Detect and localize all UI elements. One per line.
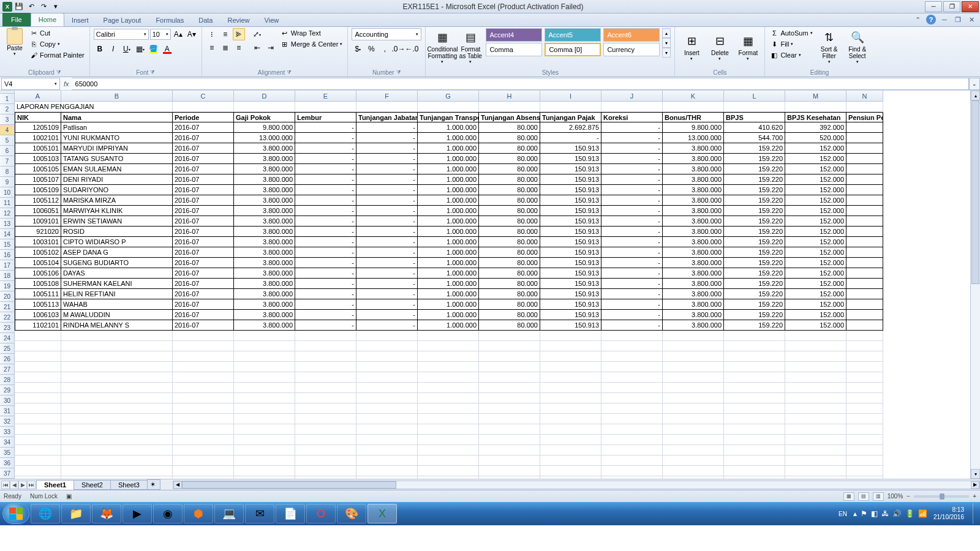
column-header-F[interactable]: F — [356, 91, 418, 102]
row-header[interactable]: 13 — [0, 219, 15, 229]
close-button[interactable]: ✕ — [962, 1, 979, 12]
cell[interactable]: 80.000 — [479, 227, 540, 237]
cell[interactable] — [846, 372, 883, 383]
cell[interactable] — [61, 362, 173, 372]
cell[interactable]: 1.000.000 — [418, 122, 479, 133]
cell[interactable]: M AWALUDDIN — [61, 310, 173, 320]
cell[interactable]: - — [295, 227, 356, 237]
cell[interactable] — [724, 351, 785, 362]
cell[interactable] — [61, 455, 173, 466]
cell[interactable] — [663, 341, 724, 351]
cell[interactable] — [846, 133, 883, 143]
cell[interactable]: Patlisan — [61, 122, 173, 133]
cell[interactable]: 152.000 — [785, 174, 846, 185]
cell[interactable] — [846, 320, 883, 331]
taskbar-excel[interactable]: X — [368, 504, 397, 523]
expand-formula-bar-icon[interactable]: ⌄ — [969, 78, 980, 90]
cell[interactable]: - — [356, 185, 418, 195]
cell[interactable]: 3.800.000 — [234, 258, 295, 268]
cell[interactable] — [540, 424, 601, 435]
cell[interactable] — [173, 393, 234, 403]
cell[interactable] — [61, 102, 173, 112]
cell[interactable] — [846, 268, 883, 279]
cell[interactable] — [15, 331, 61, 341]
row-header[interactable]: 4 — [0, 125, 15, 135]
cell[interactable] — [724, 403, 785, 414]
percent-format-icon[interactable]: % — [365, 43, 377, 55]
taskbar-app1[interactable]: 💻 — [214, 504, 244, 523]
cell[interactable]: 3.800.000 — [663, 154, 724, 164]
cell[interactable] — [601, 362, 663, 372]
clipboard-launcher-icon[interactable]: ⧩ — [56, 69, 61, 76]
cell[interactable] — [295, 424, 356, 435]
cell[interactable] — [356, 435, 418, 445]
delete-cells-button[interactable]: ⊟Delete▾ — [707, 28, 733, 66]
cell[interactable]: 3.800.000 — [663, 279, 724, 289]
cell[interactable]: - — [601, 237, 663, 247]
cell[interactable]: 3.800.000 — [234, 320, 295, 331]
cell[interactable] — [540, 403, 601, 414]
row-header[interactable]: 21 — [0, 302, 15, 312]
cell[interactable]: - — [540, 133, 601, 143]
row-header[interactable]: 9 — [0, 177, 15, 187]
cell[interactable] — [61, 351, 173, 362]
row-header[interactable]: 28 — [0, 375, 15, 385]
cell[interactable] — [846, 206, 883, 216]
zoom-out-icon[interactable]: − — [907, 493, 910, 500]
cell[interactable] — [173, 372, 234, 383]
italic-button[interactable]: I — [107, 43, 119, 55]
bold-button[interactable]: B — [94, 43, 106, 55]
cell[interactable] — [61, 403, 173, 414]
cell[interactable] — [295, 362, 356, 372]
column-header-H[interactable]: H — [479, 91, 540, 102]
cell[interactable] — [846, 403, 883, 414]
cell[interactable] — [724, 102, 785, 112]
cell[interactable]: 1005105 — [15, 164, 61, 174]
cell[interactable] — [724, 331, 785, 341]
cell[interactable]: HELIN REFTIANI — [61, 289, 173, 299]
cell[interactable] — [173, 362, 234, 372]
cell[interactable]: - — [356, 279, 418, 289]
cell[interactable] — [295, 372, 356, 383]
cell[interactable] — [846, 424, 883, 435]
cell[interactable] — [15, 466, 61, 476]
cell[interactable] — [356, 455, 418, 466]
cell[interactable]: - — [601, 289, 663, 299]
row-header[interactable]: 25 — [0, 343, 15, 354]
zoom-level[interactable]: 100% — [888, 493, 903, 500]
find-select-button[interactable]: 🔍Find & Select▾ — [845, 28, 870, 66]
cell[interactable] — [15, 445, 61, 455]
cell[interactable]: 159.220 — [724, 258, 785, 268]
column-header-I[interactable]: I — [540, 91, 601, 102]
cell[interactable] — [295, 351, 356, 362]
vertical-scrollbar[interactable]: ▴ ▾ — [970, 91, 980, 479]
cell[interactable]: - — [295, 164, 356, 174]
align-center-icon[interactable]: ≣ — [219, 42, 232, 54]
cell[interactable]: BPJS — [724, 112, 785, 122]
cell[interactable]: 1.000.000 — [418, 279, 479, 289]
cell[interactable]: 3.800.000 — [234, 227, 295, 237]
cell[interactable] — [601, 393, 663, 403]
cell[interactable]: Koreksi — [601, 112, 663, 122]
cell[interactable]: - — [601, 133, 663, 143]
cell[interactable] — [846, 351, 883, 362]
row-header[interactable]: 22 — [0, 312, 15, 323]
cell[interactable] — [356, 351, 418, 362]
cell[interactable] — [234, 383, 295, 393]
cell[interactable] — [663, 466, 724, 476]
cell[interactable]: 152.000 — [785, 310, 846, 320]
cell[interactable]: - — [295, 258, 356, 268]
cell[interactable] — [785, 102, 846, 112]
conditional-formatting-button[interactable]: ▦Conditional Formatting▾ — [429, 28, 455, 66]
cell[interactable] — [418, 476, 479, 479]
cell[interactable]: - — [295, 143, 356, 154]
cell[interactable] — [846, 143, 883, 154]
column-header-K[interactable]: K — [663, 91, 724, 102]
cell[interactable]: 1002101 — [15, 133, 61, 143]
taskbar-chrome[interactable]: ◉ — [153, 504, 183, 523]
cell[interactable]: 3.800.000 — [663, 143, 724, 154]
cell[interactable]: 1.000.000 — [418, 133, 479, 143]
cell[interactable] — [295, 383, 356, 393]
cell[interactable] — [601, 341, 663, 351]
tab-home[interactable]: Home — [31, 13, 64, 26]
